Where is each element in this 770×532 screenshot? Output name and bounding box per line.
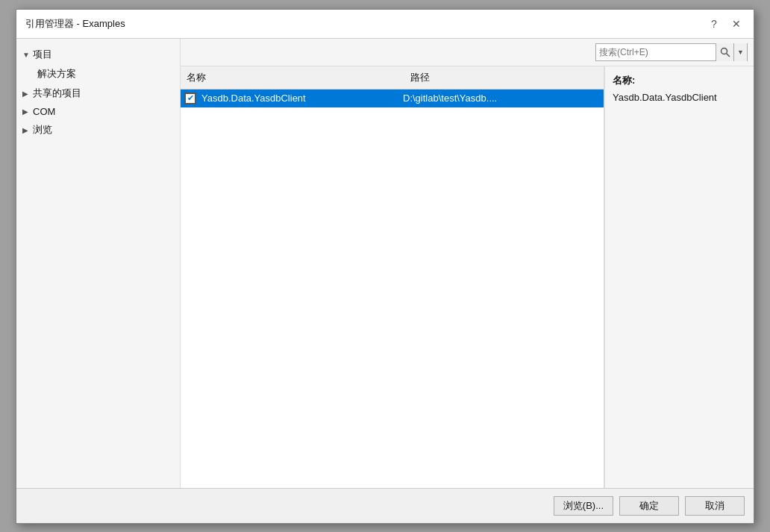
col-header-path: 路径 bbox=[404, 69, 604, 86]
sidebar-label-shared: 共享的项目 bbox=[33, 87, 81, 100]
svg-line-1 bbox=[726, 53, 730, 57]
checkbox-checked-icon: ✔ bbox=[184, 93, 196, 104]
cancel-button[interactable]: 取消 bbox=[685, 496, 745, 516]
detail-name-label: 名称: bbox=[613, 74, 746, 87]
sidebar-label-browse: 浏览 bbox=[33, 123, 52, 137]
table-header: 名称 路径 bbox=[181, 66, 604, 90]
sidebar-label-solution: 解决方案 bbox=[37, 68, 76, 79]
title-bar: 引用管理器 - Examples ? ✕ bbox=[16, 10, 754, 39]
col-header-name: 名称 bbox=[181, 69, 404, 86]
detail-name-value: Yasdb.Data.YasdbClient bbox=[613, 92, 746, 103]
search-input[interactable] bbox=[596, 47, 716, 57]
search-input-wrap: ▼ bbox=[595, 43, 748, 61]
svg-point-0 bbox=[721, 48, 727, 54]
sidebar-item-com[interactable]: COM bbox=[16, 103, 180, 120]
chevron-down-icon bbox=[22, 51, 30, 58]
row-checkbox[interactable]: ✔ bbox=[184, 92, 197, 105]
sidebar-item-project[interactable]: 项目 bbox=[16, 45, 180, 64]
table-area: 名称 路径 ✔ Yasdb.Data.YasdbClient D:\gitlab… bbox=[181, 66, 604, 488]
main-split: 名称 路径 ✔ Yasdb.Data.YasdbClient D:\gitlab… bbox=[181, 66, 754, 488]
sidebar-item-solution[interactable]: 解决方案 bbox=[16, 64, 180, 84]
row-path: D:\gitlab\test\Yasdb.... bbox=[403, 93, 601, 104]
help-button[interactable]: ? bbox=[706, 16, 722, 32]
browse-button[interactable]: 浏览(B)... bbox=[554, 496, 613, 516]
chevron-right-icon-2 bbox=[22, 107, 30, 115]
search-button[interactable] bbox=[716, 43, 733, 61]
search-bar: ▼ bbox=[181, 39, 754, 66]
sidebar-item-browse[interactable]: 浏览 bbox=[16, 120, 180, 140]
chevron-right-icon-3 bbox=[22, 126, 30, 134]
close-button[interactable]: ✕ bbox=[728, 16, 745, 32]
ok-button[interactable]: 确定 bbox=[619, 496, 679, 516]
details-panel: 名称: Yasdb.Data.YasdbClient bbox=[604, 66, 754, 488]
search-dropdown-button[interactable]: ▼ bbox=[733, 43, 747, 61]
chevron-right-icon bbox=[22, 90, 30, 97]
search-icon bbox=[720, 47, 730, 57]
content-area: ▼ 名称 路径 ✔ bbox=[181, 39, 754, 488]
footer: 浏览(B)... 确定 取消 bbox=[16, 488, 754, 523]
table-row[interactable]: ✔ Yasdb.Data.YasdbClient D:\gitlab\test\… bbox=[181, 90, 604, 107]
sidebar-label-com: COM bbox=[33, 106, 55, 117]
dialog-title: 引用管理器 - Examples bbox=[25, 17, 125, 31]
reference-manager-dialog: 引用管理器 - Examples ? ✕ 项目 解决方案 共享的项目 C bbox=[16, 9, 754, 524]
sidebar: 项目 解决方案 共享的项目 COM 浏览 bbox=[16, 39, 181, 488]
sidebar-label-project: 项目 bbox=[33, 48, 52, 61]
dialog-body: 项目 解决方案 共享的项目 COM 浏览 bbox=[16, 39, 754, 488]
title-controls: ? ✕ bbox=[706, 16, 745, 32]
sidebar-item-shared[interactable]: 共享的项目 bbox=[16, 84, 180, 103]
row-name: Yasdb.Data.YasdbClient bbox=[201, 93, 403, 104]
table-body: ✔ Yasdb.Data.YasdbClient D:\gitlab\test\… bbox=[181, 90, 604, 488]
